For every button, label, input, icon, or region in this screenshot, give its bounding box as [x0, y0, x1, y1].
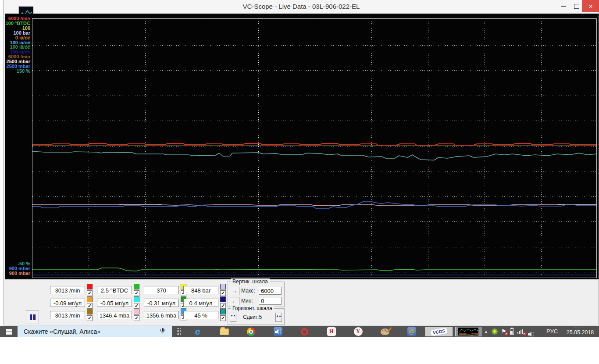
- shift-down-button[interactable]: ▼▼: [230, 313, 236, 322]
- axis-label: 900 mbar: [5, 271, 30, 276]
- channel-color-swatch: [87, 296, 93, 302]
- axis-label: 0 iã/óë: [5, 36, 30, 40]
- double-up-icon: ▲▲: [276, 314, 282, 317]
- taskbar: Скажите «Слушай, Алиса» e Я Y @ VCDS: [0, 326, 599, 337]
- vertical-scale-title: Вертик. шкала: [231, 278, 270, 285]
- desktop: VC-Scope - Live Data - 03L-906-022-EL ✕ …: [0, 0, 599, 364]
- channel-checkbox[interactable]: ✓: [220, 315, 226, 321]
- channel-checkbox[interactable]: ✓: [134, 303, 139, 309]
- vcds-taskbar-button[interactable]: VCDS: [425, 327, 453, 336]
- trace-engine-speed-red: [32, 143, 596, 145]
- search-box[interactable]: Скажите «Слушай, Алиса»: [18, 326, 172, 337]
- system-tray: ▲ ✚ ⚑✕ ✕: [484, 326, 528, 337]
- scale-min-button[interactable]: ←: [230, 297, 239, 305]
- paint-icon: [381, 328, 389, 335]
- channel-checkbox[interactable]: ✓: [220, 290, 226, 296]
- readout-cell: 45 %✓: [183, 311, 227, 322]
- clock-date: 25.05.2018: [563, 329, 597, 335]
- internet-explorer-button[interactable]: e: [184, 326, 211, 337]
- yandex-browser-button[interactable]: Я: [318, 326, 345, 337]
- opera-button[interactable]: [291, 326, 318, 337]
- readout-value: 848 bar: [183, 286, 218, 294]
- readout-value: -0.09 мг/ул: [50, 299, 85, 307]
- start-button[interactable]: [0, 326, 18, 337]
- readout-cell: 2.5 °BTDC✓: [97, 286, 141, 297]
- channel-color-swatch: [220, 284, 226, 289]
- close-button[interactable]: ✕: [582, 0, 599, 12]
- scope-chart-area: 6000 /min100 °BTDC100100 bar0 iã/óë100 i…: [5, 14, 599, 279]
- readout-value: 1356.6 mba: [144, 311, 179, 319]
- media-player-button[interactable]: [264, 326, 291, 337]
- minimize-button[interactable]: [557, 0, 570, 12]
- mail-ru-icon: @: [407, 327, 416, 336]
- trace-timing-btdc-green: [32, 268, 596, 271]
- vertical-scale-group: Вертик. шкала → Макс: ← Мин:: [228, 282, 285, 307]
- min-input[interactable]: [259, 297, 282, 305]
- shift-up-button[interactable]: ▲▲: [275, 313, 282, 322]
- file-explorer-button[interactable]: [211, 326, 238, 337]
- vc-scope-taskbar-button[interactable]: [455, 327, 481, 336]
- close-icon: ✕: [588, 3, 593, 10]
- channel-checkbox[interactable]: ✓: [87, 315, 93, 321]
- grid-dots-icon: [177, 328, 181, 335]
- axis-label: 150 %: [5, 69, 30, 74]
- channel-color-swatch: [134, 296, 139, 302]
- readout-cell: 3013 /min✓: [50, 311, 94, 322]
- readout-cell: 3013 /min✓: [50, 286, 94, 297]
- pause-button[interactable]: [26, 310, 39, 324]
- clock[interactable]: ····· 25.05.2018: [563, 326, 597, 337]
- readout-value: 45 %: [183, 311, 218, 319]
- axis-labels-bottom: -50 %900 mbar900 mbar: [5, 261, 30, 276]
- trace-maf-percent-teal: [32, 151, 596, 160]
- channel-color-swatch: [87, 309, 93, 314]
- horizontal-scale-title: Горизонт. шкала: [231, 305, 274, 311]
- action-center-flag-icon[interactable]: ⚑✕: [501, 328, 506, 335]
- network-icon[interactable]: ✕: [517, 328, 524, 335]
- readout-value: 370: [144, 286, 179, 294]
- channel-checkbox[interactable]: ✓: [87, 290, 93, 296]
- clock-time-row: ·····: [563, 326, 597, 329]
- readout-value: 2.5 °BTDC: [97, 286, 132, 294]
- titlebar[interactable]: VC-Scope - Live Data - 03L-906-022-EL ✕: [4, 0, 599, 13]
- readout-value: 1346.4 mba: [97, 311, 132, 319]
- mail-ru-button[interactable]: @: [398, 326, 425, 337]
- battery-icon[interactable]: [510, 328, 514, 335]
- channel-color-swatch: [220, 309, 226, 314]
- readout-cell: 848 bar✓: [183, 286, 227, 297]
- paint-button[interactable]: [371, 326, 398, 337]
- apps-grid-button[interactable]: [173, 326, 184, 337]
- channel-color-swatch: [134, 309, 139, 314]
- channel-checkbox[interactable]: ✓: [220, 303, 226, 309]
- readout-value: 3013 /min: [50, 286, 85, 294]
- readout-cell: 1346.4 mba✓: [97, 311, 141, 322]
- channel-checkbox[interactable]: ✓: [134, 315, 139, 321]
- internet-explorer-icon: e: [193, 327, 202, 336]
- scope-plot-svg: [32, 19, 596, 278]
- vcds-icon: VCDS: [430, 327, 447, 335]
- media-player-icon: [274, 327, 282, 336]
- search-prompt: Скажите «Слушай, Алиса»: [18, 328, 160, 335]
- windows-logo-icon: [6, 329, 12, 335]
- yandex-button[interactable]: Y: [345, 326, 371, 337]
- taskbar-apps: e Я Y @: [184, 326, 425, 337]
- max-input[interactable]: [259, 287, 282, 295]
- readout-cell: 1356.6 mba✓: [144, 311, 188, 322]
- channel-checkbox[interactable]: ✓: [87, 303, 93, 309]
- scale-max-button[interactable]: →: [230, 287, 239, 295]
- readout-cell: 370✓: [144, 286, 188, 297]
- language-indicator[interactable]: РУС: [546, 326, 558, 337]
- horizontal-scale-group: Горизонт. шкала ▼▼ Сдвиг:5 ▲▲: [228, 308, 285, 325]
- readout-value: -0.05 мг/ул: [97, 299, 132, 307]
- arrow-left-icon: ←: [232, 298, 238, 304]
- chrome-button[interactable]: [238, 326, 264, 337]
- microphone-icon[interactable]: [160, 328, 166, 335]
- axis-labels-top: 6000 /min100 °BTDC100100 bar0 iã/óë100 i…: [5, 16, 30, 74]
- antivirus-shield-icon[interactable]: ✚: [492, 328, 498, 335]
- arrow-right-icon: →: [232, 288, 238, 294]
- double-down-icon: ▼▼: [231, 314, 236, 317]
- maximize-button[interactable]: [570, 0, 583, 12]
- pause-icon: [30, 314, 32, 320]
- tray-expand-caret-icon[interactable]: ▲: [484, 329, 488, 334]
- channel-checkbox[interactable]: ✓: [134, 290, 139, 296]
- vc-scope-taskbar-thumbnail: [458, 328, 478, 335]
